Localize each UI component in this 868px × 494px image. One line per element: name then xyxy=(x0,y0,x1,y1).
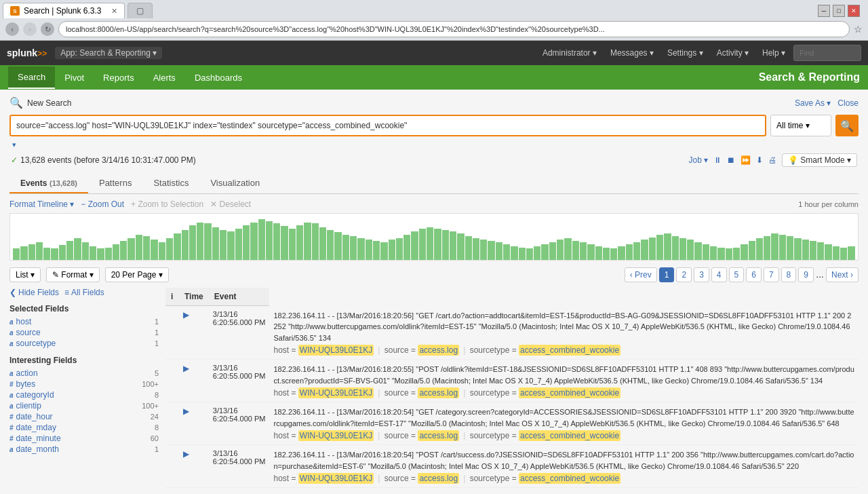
timeline-bar[interactable] xyxy=(817,242,824,260)
expand-col-1[interactable]: ▶ xyxy=(179,360,209,402)
timeline-bar[interactable] xyxy=(74,238,81,260)
timeline-bar[interactable] xyxy=(90,246,96,260)
timeline-bar[interactable] xyxy=(189,225,196,260)
nav-alerts[interactable]: Alerts xyxy=(144,67,185,88)
interesting-field-bytes[interactable]: # bytes 100+ xyxy=(9,379,159,390)
reload-button[interactable]: ↻ xyxy=(41,22,54,36)
timeline-bar[interactable] xyxy=(694,242,701,260)
settings-menu[interactable]: Settings ▾ xyxy=(662,45,709,60)
stop-button[interactable]: ⏹ xyxy=(727,155,735,165)
timeline-bar[interactable] xyxy=(350,236,357,260)
page-9-button[interactable]: 9 xyxy=(798,267,814,282)
interesting-field-action[interactable]: a action 5 xyxy=(9,368,159,379)
timeline-bar[interactable] xyxy=(342,235,349,260)
timeline-bar[interactable] xyxy=(603,248,610,260)
timeline-bar[interactable] xyxy=(633,242,640,260)
timeline-bar[interactable] xyxy=(396,238,403,260)
timeline-bar[interactable] xyxy=(151,240,157,260)
timeline-bar[interactable] xyxy=(741,244,747,260)
timeline-chart[interactable] xyxy=(9,213,859,261)
maximize-button[interactable]: □ xyxy=(833,5,845,17)
tab-patterns[interactable]: Patterns xyxy=(88,174,142,193)
timeline-bar[interactable] xyxy=(250,223,257,260)
timeline-bar[interactable] xyxy=(51,248,58,260)
timeline-bar[interactable] xyxy=(749,241,755,260)
timeline-bar[interactable] xyxy=(389,240,395,260)
page-7-button[interactable]: 7 xyxy=(764,267,779,282)
event-expand-3[interactable]: ▶ xyxy=(183,449,189,459)
page-8-button[interactable]: 8 xyxy=(781,267,797,282)
timeline-bar[interactable] xyxy=(672,236,679,260)
timeline-bar[interactable] xyxy=(810,241,816,260)
zoom-out-button[interactable]: − Zoom Out xyxy=(81,200,124,209)
forward-events-button[interactable]: ⏩ xyxy=(741,155,751,165)
timeline-bar[interactable] xyxy=(273,223,280,260)
timeline-bar[interactable] xyxy=(59,245,66,260)
timeline-bar[interactable] xyxy=(327,230,334,260)
selected-field-source[interactable]: a source 1 xyxy=(9,327,159,338)
timeline-bar[interactable] xyxy=(664,233,671,260)
event-expand-0[interactable]: ▶ xyxy=(183,310,189,320)
timeline-bar[interactable] xyxy=(334,232,341,260)
timeline-bar[interactable] xyxy=(127,238,134,260)
timeline-bar[interactable] xyxy=(717,248,724,260)
timeline-bar[interactable] xyxy=(641,240,648,260)
timeline-bar[interactable] xyxy=(503,244,510,260)
timeline-bar[interactable] xyxy=(136,235,142,260)
timeline-bar[interactable] xyxy=(626,244,633,260)
timeline-bar[interactable] xyxy=(113,244,119,260)
timeline-bar[interactable] xyxy=(526,248,533,260)
timeline-bar[interactable] xyxy=(143,236,150,260)
search-input[interactable] xyxy=(9,115,766,136)
timeline-bar[interactable] xyxy=(266,221,273,260)
close-button[interactable]: Close xyxy=(837,98,859,108)
timeline-bar[interactable] xyxy=(848,246,854,260)
save-as-button[interactable]: Save As ▾ xyxy=(795,98,831,108)
expand-col-0[interactable]: ▶ xyxy=(179,306,209,360)
timeline-bar[interactable] xyxy=(159,242,165,260)
format-button[interactable]: ✎ Format ▾ xyxy=(46,267,100,282)
timeline-bar[interactable] xyxy=(794,238,801,260)
timeline-bar[interactable] xyxy=(227,231,234,260)
page-6-button[interactable]: 6 xyxy=(746,267,762,282)
page-5-button[interactable]: 5 xyxy=(729,267,745,282)
interesting-field-date-month[interactable]: a date_month 1 xyxy=(9,444,159,455)
timeline-bar[interactable] xyxy=(610,248,617,260)
timeline-bar[interactable] xyxy=(289,229,296,260)
activity-menu[interactable]: Activity ▾ xyxy=(711,45,754,60)
timeline-bar[interactable] xyxy=(457,233,464,260)
timeline-bar[interactable] xyxy=(28,244,35,260)
timeline-bar[interactable] xyxy=(656,235,663,260)
timeline-bar[interactable] xyxy=(357,238,364,260)
search-expand-toggle[interactable]: ▾ xyxy=(12,140,16,149)
timeline-bar[interactable] xyxy=(580,242,587,260)
timeline-bar[interactable] xyxy=(204,223,211,260)
timeline-bar[interactable] xyxy=(403,235,410,260)
timeline-bar[interactable] xyxy=(36,242,43,260)
address-bar[interactable] xyxy=(58,21,850,37)
timeline-bar[interactable] xyxy=(787,236,793,260)
administrator-menu[interactable]: Administrator ▾ xyxy=(537,45,602,60)
page-2-button[interactable]: 2 xyxy=(676,267,692,282)
browser-tab-active[interactable]: S Search | Splunk 6.3.3 ✕ xyxy=(3,3,125,18)
timeline-bar[interactable] xyxy=(281,226,288,260)
timeline-bar[interactable] xyxy=(235,229,242,260)
nav-reports[interactable]: Reports xyxy=(94,67,144,88)
timeline-bar[interactable] xyxy=(442,230,449,260)
deselect-button[interactable]: ✕ Deselect xyxy=(210,200,251,209)
nav-search[interactable]: Search xyxy=(8,66,55,89)
timeline-bar[interactable] xyxy=(105,248,112,260)
timeline-bar[interactable] xyxy=(557,240,564,260)
pause-button[interactable]: ⏸ xyxy=(713,155,722,165)
forward-button[interactable]: › xyxy=(23,22,37,36)
timeline-bar[interactable] xyxy=(434,229,441,260)
timeline-bar[interactable] xyxy=(488,241,494,260)
timeline-bar[interactable] xyxy=(587,244,594,260)
job-dropdown[interactable]: Job ▾ xyxy=(689,155,709,165)
page-1-button[interactable]: 1 xyxy=(659,267,675,282)
timeline-bar[interactable] xyxy=(703,244,709,260)
interesting-field-categoryid[interactable]: a categoryId 8 xyxy=(9,390,159,400)
timeline-bar[interactable] xyxy=(82,242,89,260)
timeline-bar[interactable] xyxy=(534,246,540,260)
find-input[interactable] xyxy=(793,45,861,61)
